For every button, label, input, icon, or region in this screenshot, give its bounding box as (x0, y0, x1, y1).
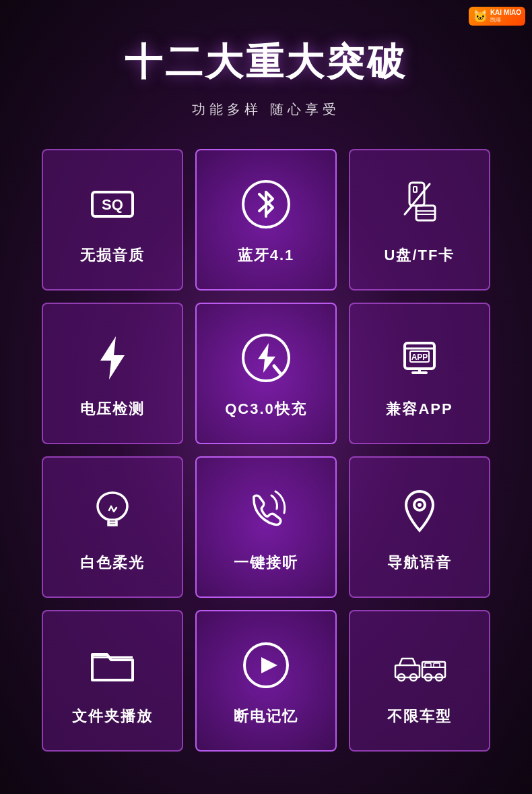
feature-card-light[interactable]: 白色柔光 (42, 456, 183, 598)
bluetooth-icon (236, 174, 296, 235)
memory-label: 断电记忆 (234, 706, 298, 727)
voltage-label: 电压检测 (80, 399, 145, 419)
lossless-audio-label: 无损音质 (80, 245, 145, 266)
navigation-label: 导航语音 (387, 553, 452, 573)
feature-card-navigation[interactable]: 导航语音 (349, 456, 490, 598)
car-type-label: 不限车型 (387, 706, 452, 727)
logo-brand-name: KAI MIAO (490, 9, 521, 16)
lossless-audio-icon: SQ (82, 174, 143, 235)
svg-text:APP: APP (411, 353, 428, 362)
svg-marker-10 (100, 336, 125, 379)
app-icon: APP (389, 328, 450, 388)
usb-tf-icon (389, 174, 450, 235)
bluetooth-label: 蓝牙4.1 (238, 245, 295, 266)
svg-line-12 (274, 366, 281, 374)
page-title: 十二大重大突破 (125, 37, 407, 88)
feature-card-memory[interactable]: 断电记忆 (195, 610, 337, 752)
car-type-icon (389, 635, 450, 696)
brand-logo: 🐱 KAI MIAO 凯喵 (469, 7, 525, 26)
svg-marker-28 (261, 657, 277, 673)
qc30-label: QC3.0快充 (225, 399, 307, 419)
page-subtitle: 功能多样 随心享受 (192, 100, 340, 119)
memory-icon (236, 635, 296, 696)
logo-brand-chinese: 凯喵 (490, 16, 521, 24)
feature-card-app[interactable]: APP 兼容APP (349, 303, 490, 444)
svg-point-25 (418, 503, 422, 507)
feature-card-voltage[interactable]: 电压检测 (42, 303, 183, 444)
svg-rect-5 (413, 187, 417, 192)
feature-card-folder[interactable]: 文件夹播放 (42, 610, 183, 752)
features-grid: SQ 无损音质 蓝牙4.1 (15, 149, 517, 752)
answer-icon (236, 481, 296, 542)
app-label: 兼容APP (386, 399, 453, 419)
answer-label: 一键接听 (234, 553, 298, 573)
light-icon (82, 481, 143, 542)
navigation-icon (389, 481, 450, 542)
feature-card-qc30[interactable]: QC3.0快充 (195, 303, 337, 444)
logo-cat-icon: 🐱 (473, 9, 488, 24)
feature-card-bluetooth[interactable]: 蓝牙4.1 (195, 149, 337, 291)
svg-rect-7 (416, 206, 435, 220)
usb-tf-label: U盘/TF卡 (385, 245, 455, 266)
folder-icon (82, 635, 143, 696)
qc30-icon (236, 328, 296, 388)
folder-label: 文件夹播放 (72, 706, 153, 727)
feature-card-car-type[interactable]: 不限车型 (349, 610, 490, 752)
voltage-icon (82, 328, 143, 388)
light-label: 白色柔光 (80, 553, 145, 573)
svg-marker-13 (258, 343, 275, 373)
feature-card-lossless-audio[interactable]: SQ 无损音质 (42, 149, 183, 291)
feature-card-answer[interactable]: 一键接听 (195, 456, 337, 598)
feature-card-usb-tf[interactable]: U盘/TF卡 (349, 149, 490, 291)
svg-text:SQ: SQ (102, 196, 123, 213)
